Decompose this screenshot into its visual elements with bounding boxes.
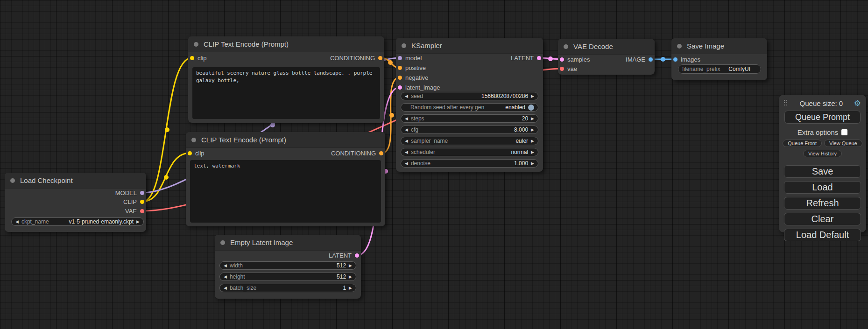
decrement-arrow-icon[interactable]: ◀ [224,275,227,279]
node-title-bar[interactable]: Save Image [671,38,767,54]
node-load-checkpoint[interactable]: Load Checkpoint MODEL CLIP VAE ◀ ckpt_na… [5,173,146,232]
steps-widget[interactable]: ◀ steps 20 ▶ [401,114,538,123]
node-title-bar[interactable]: Empty Latent Image [215,235,361,251]
increment-arrow-icon[interactable]: ▶ [349,275,352,279]
view-history-button[interactable]: View History [803,150,842,157]
node-empty-latent-image[interactable]: Empty Latent Image LATENT ◀ width 512 ▶ … [215,235,361,299]
increment-arrow-icon[interactable]: ▶ [349,286,352,290]
node-collapse-dot[interactable] [677,44,682,49]
node-title-bar[interactable]: Load Checkpoint [5,173,146,189]
queue-front-button[interactable]: Queue Front [783,140,822,147]
increment-arrow-icon[interactable]: ▶ [531,161,534,166]
latent-slot-dot[interactable] [355,253,359,258]
decrement-arrow-icon[interactable]: ◀ [405,117,408,121]
clip-slot-dot[interactable] [188,151,192,155]
node-collapse-dot[interactable] [194,42,198,47]
toggle-enabled-dot[interactable] [528,105,534,111]
decrement-arrow-icon[interactable]: ◀ [405,150,408,154]
sampler-name-widget[interactable]: ◀ sampler_name euler ▶ [401,137,538,145]
decrement-arrow-icon[interactable]: ◀ [405,128,408,132]
drag-handle-icon[interactable] [784,100,789,107]
clear-button[interactable]: Clear [784,213,861,225]
node-title-bar[interactable]: KSampler [396,38,543,54]
node-collapse-dot[interactable] [220,240,225,245]
conditioning-slot-dot[interactable] [378,56,382,60]
random-seed-toggle-widget[interactable]: Random seed after every gen enabled [401,103,538,112]
seed-widget[interactable]: ◀ seed 156680208700286 ▶ [401,92,538,100]
clip-slot-dot[interactable] [140,200,144,204]
latent-slot-dot[interactable] [560,57,564,62]
increment-arrow-icon[interactable]: ▶ [349,264,352,268]
increment-arrow-icon[interactable]: ▶ [531,117,534,121]
cfg-widget[interactable]: ◀ cfg 8.000 ▶ [401,126,538,134]
batch-size-widget[interactable]: ◀ batch_size 1 ▶ [219,284,356,292]
increment-arrow-icon[interactable]: ▶ [531,139,534,143]
output-slot-latent: LATENT [329,251,359,260]
load-default-button[interactable]: Load Default [784,229,861,241]
extra-options-row: Extra options [784,128,861,136]
link-midpoint-dot [548,56,553,61]
latent-slot-dot[interactable] [537,56,541,60]
node-title: VAE Decode [573,42,613,50]
filename-prefix-widget[interactable]: filename_prefix ComfyUI [678,64,761,74]
vae-slot-dot[interactable] [560,67,564,71]
model-slot-dot[interactable] [140,191,144,195]
slot-label: LATENT [511,55,534,62]
node-clip-text-encode-positive[interactable]: CLIP Text Encode (Prompt) clip CONDITION… [188,36,384,123]
denoise-widget[interactable]: ◀ denoise 1.000 ▶ [401,159,538,168]
input-slot-samples: samples [560,55,590,64]
load-button[interactable]: Load [784,181,861,194]
widget-value: ComfyUI [728,66,750,72]
widget-label: denoise [411,160,430,167]
gear-icon[interactable]: ⚙ [854,99,861,107]
conditioning-slot-dot[interactable] [398,66,402,70]
view-queue-button[interactable]: View Queue [824,140,862,147]
positive-prompt-textarea[interactable]: beautiful scenery nature glass bottle la… [192,67,380,119]
model-slot-dot[interactable] [398,56,402,60]
node-title-bar[interactable]: CLIP Text Encode (Prompt) [188,36,384,52]
extra-options-checkbox[interactable] [841,129,847,135]
slot-label: LATENT [329,252,352,259]
node-collapse-dot[interactable] [10,178,15,183]
decrement-arrow-icon[interactable]: ◀ [15,220,19,224]
decrement-arrow-icon[interactable]: ◀ [405,94,408,98]
decrement-arrow-icon[interactable]: ◀ [405,139,408,143]
widget-label: seed [411,93,423,99]
clip-slot-dot[interactable] [190,56,194,60]
node-clip-text-encode-negative[interactable]: CLIP Text Encode (Prompt) clip CONDITION… [186,132,385,226]
height-widget[interactable]: ◀ height 512 ▶ [219,273,356,281]
conditioning-slot-dot[interactable] [398,76,402,80]
queue-prompt-button[interactable]: Queue Prompt [784,111,861,124]
decrement-arrow-icon[interactable]: ◀ [405,161,408,166]
node-save-image[interactable]: Save Image images filename_prefix ComfyU… [671,38,767,80]
increment-arrow-icon[interactable]: ▶ [531,150,534,154]
width-widget[interactable]: ◀ width 512 ▶ [219,261,356,270]
image-slot-dot[interactable] [673,57,677,62]
node-collapse-dot[interactable] [191,138,196,142]
latent-slot-dot[interactable] [398,85,402,90]
refresh-button[interactable]: Refresh [784,197,861,210]
node-collapse-dot[interactable] [564,44,568,49]
node-ksampler[interactable]: KSampler model positive negative latent_… [396,38,543,172]
widget-value: 8.000 [514,126,528,133]
decrement-arrow-icon[interactable]: ◀ [224,264,227,268]
vae-slot-dot[interactable] [140,209,144,213]
ckpt-name-widget[interactable]: ◀ ckpt_name v1-5-pruned-emaonly.ckpt ▶ [11,217,144,226]
increment-arrow-icon[interactable]: ▶ [531,94,534,98]
conditioning-slot-dot[interactable] [379,151,383,155]
comfy-menu-panel[interactable]: Queue size: 0 ⚙ Queue Prompt Extra optio… [779,95,866,232]
widget-label: steps [411,115,424,122]
node-title-bar[interactable]: CLIP Text Encode (Prompt) [186,132,385,148]
save-button[interactable]: Save [784,165,861,178]
node-collapse-dot[interactable] [402,43,406,48]
node-vae-decode[interactable]: VAE Decode samples vae IMAGE [558,39,655,75]
widget-label: ckpt_name [21,218,49,225]
node-title-bar[interactable]: VAE Decode [558,39,655,55]
image-slot-dot[interactable] [649,57,653,62]
negative-prompt-textarea[interactable]: text, watermark [190,160,381,223]
increment-arrow-icon[interactable]: ▶ [136,220,140,224]
scheduler-widget[interactable]: ◀ scheduler normal ▶ [401,148,538,156]
node-graph-canvas[interactable]: Load Checkpoint MODEL CLIP VAE ◀ ckpt_na… [0,0,868,329]
increment-arrow-icon[interactable]: ▶ [531,128,534,132]
decrement-arrow-icon[interactable]: ◀ [224,286,227,290]
